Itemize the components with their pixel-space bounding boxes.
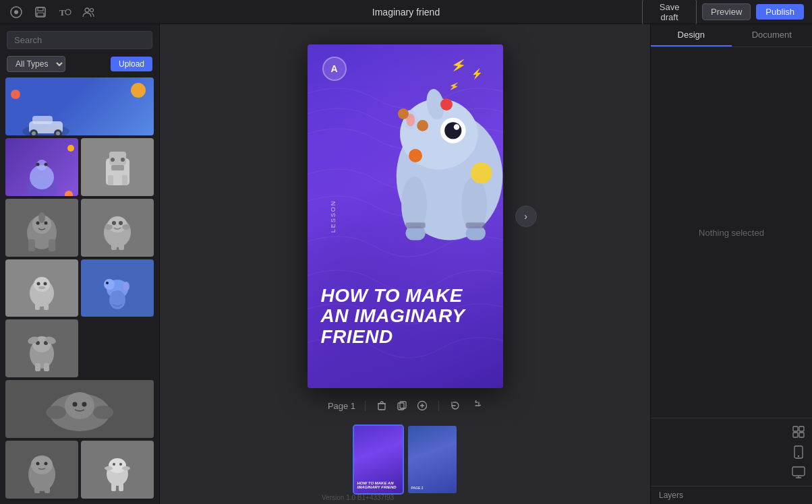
list-item[interactable]: [5, 319, 78, 377]
svg-rect-100: [378, 404, 385, 410]
text-style-icon[interactable]: T: [57, 4, 73, 20]
svg-rect-27: [122, 175, 127, 185]
svg-point-80: [122, 466, 130, 470]
next-slide-button[interactable]: ›: [515, 206, 537, 227]
svg-point-70: [31, 455, 53, 474]
page-thumb-2[interactable]: PAGE 2: [408, 426, 457, 493]
topbar-center: Imaginary friend: [170, 7, 642, 18]
mobile-icon[interactable]: [790, 444, 807, 460]
svg-rect-107: [799, 433, 804, 437]
upload-button[interactable]: Upload: [111, 57, 152, 71]
svg-point-76: [109, 458, 126, 473]
svg-point-15: [56, 131, 60, 135]
svg-point-1: [14, 10, 18, 14]
undo-button[interactable]: [448, 399, 462, 412]
search-bar: [0, 24, 159, 53]
list-item[interactable]: [81, 441, 154, 499]
svg-point-31: [45, 221, 48, 224]
list-item[interactable]: [81, 138, 154, 196]
filter-bar: All Types Upload: [0, 53, 159, 77]
right-panel: Design Document Nothing selected: [650, 24, 812, 504]
brown-dot: [398, 108, 409, 119]
grid-layout-icon[interactable]: [790, 424, 807, 440]
home-icon[interactable]: [8, 4, 24, 20]
svg-point-91: [417, 120, 428, 131]
list-item[interactable]: [5, 259, 78, 317]
type-filter-select[interactable]: All Types: [7, 56, 65, 72]
svg-rect-33: [28, 239, 35, 251]
svg-point-77: [113, 463, 115, 466]
svg-point-52: [106, 282, 109, 284]
list-item[interactable]: [81, 199, 154, 257]
svg-rect-11: [32, 116, 53, 124]
svg-point-37: [112, 221, 116, 225]
list-item[interactable]: [5, 77, 154, 135]
svg-point-39: [105, 224, 113, 230]
svg-rect-105: [799, 427, 804, 431]
svg-point-47: [38, 286, 45, 289]
list-item[interactable]: [5, 138, 78, 196]
svg-point-38: [119, 221, 123, 225]
list-item[interactable]: [81, 259, 154, 317]
page-label: Page 1: [328, 401, 355, 411]
svg-rect-62: [44, 363, 49, 371]
svg-rect-104: [793, 427, 798, 431]
right-panel-content: Nothing selected: [651, 47, 812, 418]
list-item[interactable]: [5, 441, 78, 499]
topbar-left: T: [8, 4, 170, 20]
list-item[interactable]: [5, 199, 78, 257]
svg-point-19: [36, 162, 40, 166]
svg-rect-110: [792, 467, 805, 476]
redo-button[interactable]: [469, 399, 482, 412]
svg-rect-4: [37, 13, 44, 16]
save-icon[interactable]: [32, 4, 49, 20]
svg-rect-34: [49, 239, 55, 251]
desktop-icon[interactable]: [790, 464, 807, 480]
lesson-badge: Lesson: [330, 200, 337, 233]
svg-rect-73: [34, 486, 40, 493]
search-input[interactable]: [7, 31, 152, 49]
right-panel-bottom-icons: [651, 418, 812, 486]
orange-dot: [440, 98, 453, 111]
topbar: T Imaginary friend Save draft Preview Pu…: [0, 0, 812, 24]
publish-button[interactable]: Publish: [756, 4, 804, 20]
svg-point-71: [36, 462, 39, 466]
add-page-button[interactable]: [415, 399, 429, 412]
slide-canvas[interactable]: A ⚡ ⚡ ⚡ Lesson: [308, 44, 503, 388]
slide-title-text: HOW TO MAKE AN IMAGINARY FRIEND: [321, 286, 490, 348]
svg-rect-74: [45, 486, 50, 493]
svg-rect-26: [108, 175, 113, 185]
svg-point-8: [90, 8, 94, 11]
svg-rect-82: [119, 483, 123, 491]
document-title: Imaginary friend: [372, 7, 440, 18]
svg-point-98: [471, 162, 492, 184]
toolbar-separator: [365, 400, 366, 411]
svg-point-46: [44, 282, 47, 285]
svg-point-87: [444, 122, 461, 139]
page-thumb-1[interactable]: HOW TO MAKE AN IMAGINARY FRIEND: [354, 426, 403, 493]
svg-point-72: [44, 462, 47, 466]
tab-design[interactable]: Design: [651, 24, 732, 46]
svg-text:T: T: [59, 7, 65, 18]
slide-logo: A: [322, 57, 347, 81]
svg-rect-106: [793, 433, 798, 437]
svg-point-20: [45, 162, 48, 166]
svg-point-36: [108, 216, 127, 232]
save-draft-button[interactable]: Save draft: [642, 0, 697, 26]
version-text: Version 1.0 B1+4337f93: [322, 494, 394, 501]
layers-label: Layers: [651, 486, 812, 504]
duplicate-page-button[interactable]: [395, 399, 409, 412]
svg-point-6: [65, 9, 71, 15]
users-icon[interactable]: [81, 4, 97, 20]
svg-point-32: [38, 212, 45, 223]
svg-point-30: [36, 221, 40, 224]
left-panel: All Types Upload: [0, 24, 160, 504]
tab-document[interactable]: Document: [732, 24, 813, 46]
delete-page-button[interactable]: [375, 399, 388, 412]
toolbar-separator-2: [438, 400, 439, 411]
right-panel-tabs: Design Document: [651, 24, 812, 47]
preview-button[interactable]: Preview: [702, 3, 751, 20]
svg-point-7: [85, 8, 89, 12]
list-item[interactable]: [5, 380, 154, 438]
svg-point-78: [119, 463, 122, 466]
